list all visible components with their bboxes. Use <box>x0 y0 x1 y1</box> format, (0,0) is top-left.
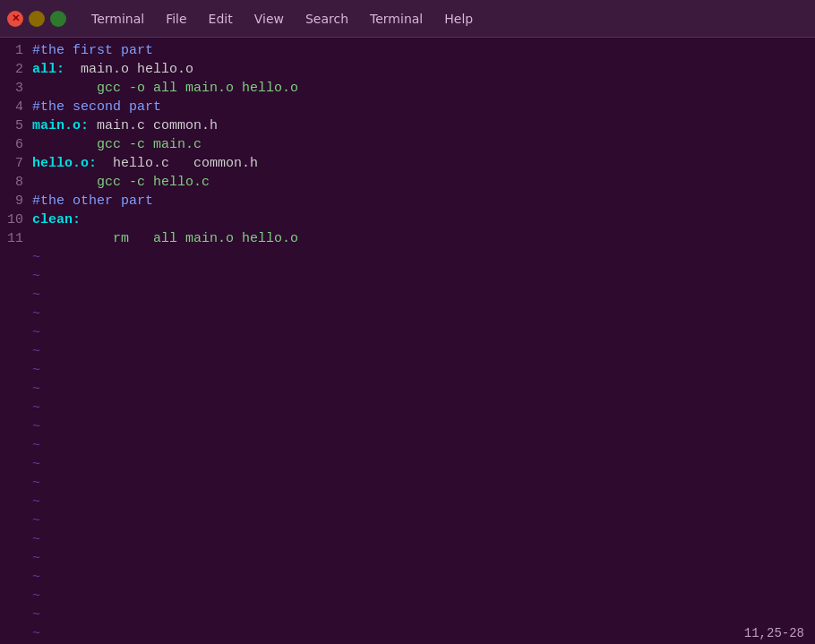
menu-terminal[interactable]: Terminal <box>81 8 155 30</box>
line-content-2: all: main.o hello.o <box>32 60 193 79</box>
line-content-4: #the second part <box>32 98 161 116</box>
tilde-line-15: ~ <box>0 511 815 530</box>
tilde-line-5: ~ <box>0 323 815 342</box>
menu-search[interactable]: Search <box>295 8 359 30</box>
cursor-position: 11,25-28 <box>744 626 804 640</box>
line-content-3: gcc -o all main.o hello.o <box>32 79 298 98</box>
line-content-8: gcc -c hello.c <box>32 173 210 192</box>
menu-bar: Terminal File Edit View Search Terminal … <box>81 8 808 30</box>
tilde-line-16: ~ <box>0 530 815 549</box>
line-content-5: main.o: main.c common.h <box>32 116 218 135</box>
code-line-3: 3 gcc -o all main.o hello.o <box>0 79 815 98</box>
tilde-line-4: ~ <box>0 305 815 323</box>
line-num-8: 8 <box>0 173 32 192</box>
tilde-line-10: ~ <box>0 417 815 436</box>
code-line-2: 2 all: main.o hello.o <box>0 60 815 79</box>
tilde-line-11: ~ <box>0 436 815 455</box>
line-num-2: 2 <box>0 60 32 79</box>
title-bar: ✕ Terminal File Edit View Search Termina… <box>0 0 815 38</box>
tilde-line-1: ~ <box>0 248 815 267</box>
line-content-1: #the first part <box>32 41 153 60</box>
tilde-line-12: ~ <box>0 455 815 474</box>
line-num-11: 11 <box>0 229 32 248</box>
menu-help[interactable]: Help <box>433 8 484 30</box>
tilde-line-18: ~ <box>0 568 815 587</box>
menu-edit[interactable]: Edit <box>198 8 244 30</box>
tilde-line-7: ~ <box>0 361 815 380</box>
tilde-line-14: ~ <box>0 493 815 511</box>
window-controls: ✕ <box>7 11 66 27</box>
tilde-line-9: ~ <box>0 399 815 417</box>
maximize-button[interactable] <box>50 11 66 27</box>
code-line-10: 10 clean: <box>0 210 815 229</box>
tilde-line-8: ~ <box>0 380 815 399</box>
tilde-line-20: ~ <box>0 605 815 624</box>
tilde-line-17: ~ <box>0 549 815 568</box>
line-content-10: clean: <box>32 210 81 229</box>
line-num-1: 1 <box>0 41 32 60</box>
tilde-line-2: ~ <box>0 267 815 286</box>
line-content-9: #the other part <box>32 192 153 210</box>
line-num-5: 5 <box>0 116 32 135</box>
code-line-1: 1 #the first part <box>0 41 815 60</box>
menu-file[interactable]: File <box>155 8 197 30</box>
code-line-6: 6 gcc -c main.c <box>0 135 815 154</box>
status-bar: 11,25-28 <box>744 626 804 640</box>
line-num-4: 4 <box>0 98 32 116</box>
tilde-line-21: ~ <box>0 624 815 640</box>
tilde-line-3: ~ <box>0 286 815 305</box>
minimize-button[interactable] <box>29 11 45 27</box>
code-container: 1 #the first part 2 all: main.o hello.o … <box>0 41 815 640</box>
editor-area[interactable]: 1 #the first part 2 all: main.o hello.o … <box>0 38 815 644</box>
tilde-line-13: ~ <box>0 474 815 493</box>
code-line-8: 8 gcc -c hello.c <box>0 173 815 192</box>
code-line-7: 7 hello.o: hello.c common.h <box>0 154 815 173</box>
code-line-4: 4 #the second part <box>0 98 815 116</box>
line-num-9: 9 <box>0 192 32 210</box>
tilde-line-19: ~ <box>0 587 815 605</box>
line-content-6: gcc -c main.c <box>32 135 202 154</box>
line-num-3: 3 <box>0 79 32 98</box>
code-line-5: 5 main.o: main.c common.h <box>0 116 815 135</box>
close-button[interactable]: ✕ <box>7 11 23 27</box>
line-num-6: 6 <box>0 135 32 154</box>
tilde-line-6: ~ <box>0 342 815 361</box>
line-num-10: 10 <box>0 210 32 229</box>
code-line-11: 11 rm all main.o hello.o <box>0 229 815 248</box>
menu-terminal2[interactable]: Terminal <box>359 8 433 30</box>
code-line-9: 9 #the other part <box>0 192 815 210</box>
line-num-7: 7 <box>0 154 32 173</box>
menu-view[interactable]: View <box>244 8 295 30</box>
line-content-11: rm all main.o hello.o <box>32 229 298 248</box>
line-content-7: hello.o: hello.c common.h <box>32 154 258 173</box>
